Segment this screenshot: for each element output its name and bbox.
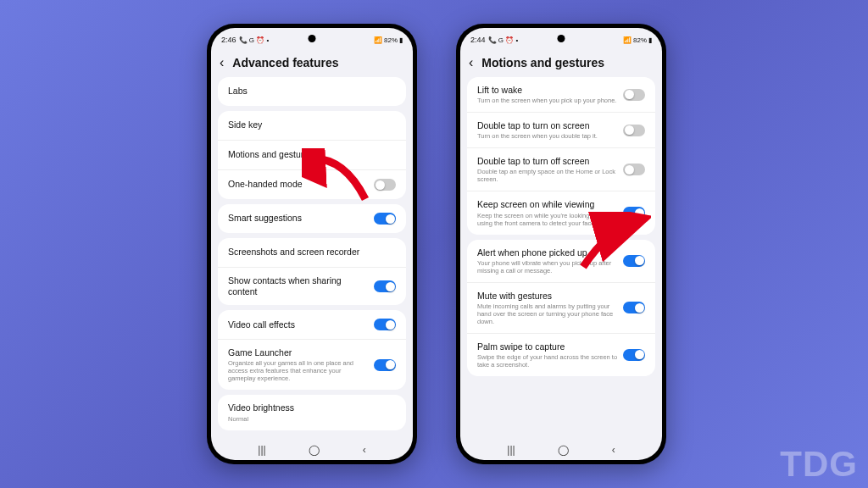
settings-card: Video brightnessNormal [218,395,406,430]
settings-card: Labs [218,77,406,106]
settings-row[interactable]: Video call effects [218,310,406,339]
nav-recents-icon[interactable]: ||| [258,444,265,456]
row-subtitle: Your phone will vibrate when you pick it… [477,259,618,274]
signal-icon: 📶 [623,36,632,44]
settings-card: Alert when phone picked upYour phone wil… [467,240,655,376]
phone-mockup-right: 2:44 📞 G ⏰ • 📶 82% ▮ ‹ Motions and gestu… [456,24,666,464]
battery-text: 82% [384,36,398,44]
toggle-switch[interactable] [374,359,396,371]
row-title: Keep screen on while viewing [477,199,618,210]
settings-card: Smart suggestions [218,204,406,233]
toggle-switch[interactable] [623,255,645,267]
settings-row[interactable]: Double tap to turn off screenDouble tap … [467,147,655,191]
row-title: Lift to wake [477,85,618,96]
settings-row[interactable]: Lift to wakeTurn on the screen when you … [467,77,655,112]
phone-mockup-left: 2:46 📞 G ⏰ • 📶 82% ▮ ‹ Advanced features… [207,24,417,464]
status-time: 2:46 [221,36,236,44]
row-title: One-handed mode [228,179,369,190]
nav-back-icon[interactable]: ‹ [612,444,615,456]
row-title: Double tap to turn off screen [477,156,618,167]
settings-row[interactable]: Side key [218,111,406,140]
nav-home-icon[interactable]: ◯ [309,444,320,456]
settings-row[interactable]: One-handed mode [218,169,406,199]
settings-row[interactable]: Smart suggestions [218,204,406,233]
row-title: Smart suggestions [228,213,369,224]
screen-right: 2:44 📞 G ⏰ • 📶 82% ▮ ‹ Motions and gestu… [460,28,662,460]
settings-card: Lift to wakeTurn on the screen when you … [467,77,655,235]
screen-left: 2:46 📞 G ⏰ • 📶 82% ▮ ‹ Advanced features… [211,28,413,460]
settings-row[interactable]: Show contacts when sharing content [218,267,406,305]
row-title: Show contacts when sharing content [228,275,369,297]
toggle-switch[interactable] [374,280,396,292]
settings-row[interactable]: Palm swipe to captureSwipe the edge of y… [467,333,655,376]
row-subtitle: Mute incoming calls and alarms by puttin… [477,302,618,325]
camera-cutout [558,35,565,42]
battery-icon: ▮ [399,36,403,44]
page-header: ‹ Motions and gestures [460,48,662,77]
row-subtitle: Swipe the edge of your hand across the s… [477,353,618,369]
settings-row[interactable]: Labs [218,77,406,106]
battery-text: 82% [633,36,647,44]
settings-row[interactable]: Double tap to turn on screenTurn on the … [467,112,655,147]
camera-cutout [309,35,316,42]
settings-list-right[interactable]: Lift to wakeTurn on the screen when you … [460,77,662,440]
toggle-switch[interactable] [374,319,396,330]
row-subtitle: Turn on the screen when you double tap i… [477,132,618,140]
toggle-switch[interactable] [623,125,645,136]
row-title: Alert when phone picked up [477,247,618,258]
row-subtitle: Organize all your games all in one place… [228,359,369,382]
row-title: Screenshots and screen recorder [228,247,391,258]
row-title: Motions and gestures [228,149,391,160]
row-title: Palm swipe to capture [477,341,618,352]
page-title: Advanced features [232,56,338,69]
status-icons: 📞 G ⏰ • [239,36,270,44]
row-subtitle: Keep the screen on while you're looking … [477,212,618,227]
row-subtitle: Normal [228,415,391,423]
nav-bar: ||| ◯ ‹ [211,440,413,460]
signal-icon: 📶 [374,36,382,44]
settings-row[interactable]: Video brightnessNormal [218,395,406,430]
settings-list-left[interactable]: LabsSide keyMotions and gesturesOne-hand… [211,77,413,440]
settings-card: Video call effectsGame LauncherOrganize … [218,310,406,390]
toggle-switch[interactable] [623,349,645,361]
watermark: TDG [780,444,858,485]
settings-card: Side keyMotions and gesturesOne-handed m… [218,111,406,199]
settings-card: Screenshots and screen recorderShow cont… [218,238,406,305]
back-icon[interactable]: ‹ [220,55,224,70]
settings-row[interactable]: Mute with gesturesMute incoming calls an… [467,282,655,333]
row-title: Video call effects [228,319,369,330]
row-title: Labs [228,86,391,97]
page-title: Motions and gestures [481,56,604,69]
back-icon[interactable]: ‹ [469,55,473,70]
nav-bar: ||| ◯ ‹ [460,440,662,460]
status-time: 2:44 [470,36,486,44]
toggle-switch[interactable] [374,213,396,225]
settings-row[interactable]: Motions and gestures [218,140,406,169]
toggle-switch[interactable] [623,164,645,175]
status-icons: 📞 G ⏰ • [488,36,519,44]
row-title: Double tap to turn on screen [477,120,618,131]
settings-row[interactable]: Game LauncherOrganize all your games all… [218,339,406,390]
settings-row[interactable]: Screenshots and screen recorder [218,238,406,267]
row-title: Side key [228,119,391,130]
row-subtitle: Turn on the screen when you pick up your… [477,97,618,104]
toggle-switch[interactable] [623,207,645,219]
settings-row[interactable]: Alert when phone picked upYour phone wil… [467,240,655,282]
settings-row[interactable]: Keep screen on while viewingKeep the scr… [467,191,655,234]
toggle-switch[interactable] [623,89,645,101]
row-title: Video brightness [228,402,391,413]
battery-icon: ▮ [648,36,652,44]
row-subtitle: Double tap an empty space on the Home or… [477,168,618,183]
toggle-switch[interactable] [623,302,645,313]
nav-recents-icon[interactable]: ||| [507,444,515,456]
nav-back-icon[interactable]: ‹ [363,444,366,456]
toggle-switch[interactable] [374,179,396,191]
page-header: ‹ Advanced features [211,48,413,77]
row-title: Mute with gestures [477,291,618,302]
row-title: Game Launcher [228,347,369,358]
nav-home-icon[interactable]: ◯ [558,444,569,456]
